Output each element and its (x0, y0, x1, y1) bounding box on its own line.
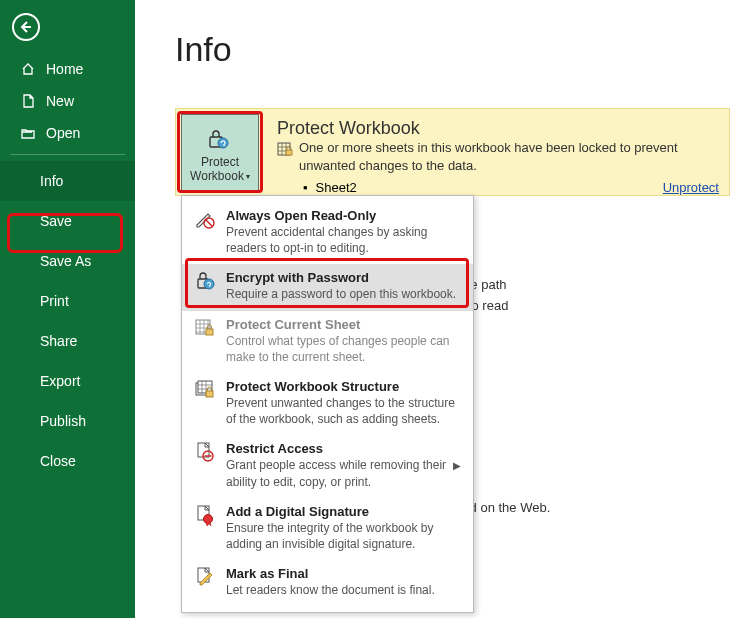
menu-item-title: Always Open Read-Only (226, 208, 463, 223)
menu-item-desc: Control what types of changes people can… (226, 333, 463, 365)
protect-workbook-menu: Always Open Read-OnlyPrevent accidental … (181, 195, 474, 613)
sidebar-label: Home (46, 61, 83, 77)
menu-item-desc: Prevent unwanted changes to the structur… (226, 395, 463, 427)
menu-item-title: Protect Workbook Structure (226, 379, 463, 394)
sidebar-item-close[interactable]: Close (0, 441, 135, 481)
sidebar-label: Open (46, 125, 80, 141)
sidebar-label: New (46, 93, 74, 109)
sidebar-label: Save (40, 213, 72, 229)
svg-point-15 (204, 514, 213, 523)
menu-item-protect-sheet[interactable]: Protect Current SheetControl what types … (182, 311, 473, 373)
sidebar-label: Save As (40, 253, 91, 269)
svg-rect-11 (206, 391, 213, 397)
chevron-down-icon: ▾ (246, 172, 250, 181)
final-icon (192, 566, 218, 592)
sidebar-item-export[interactable]: Export (0, 361, 135, 401)
sidebar-separator (10, 154, 125, 155)
new-icon (20, 93, 36, 109)
readonly-icon (192, 208, 218, 234)
menu-item-desc: Grant people access while removing their… (226, 457, 453, 489)
button-label-line1: Protect (201, 155, 239, 169)
menu-item-mark-final[interactable]: Mark as FinalLet readers know the docume… (182, 560, 473, 606)
sidebar-item-saveas[interactable]: Save As (0, 241, 135, 281)
sidebar-label: Close (40, 453, 76, 469)
sheet-lock-icon (277, 141, 293, 159)
menu-item-desc: Ensure the integrity of the workbook by … (226, 520, 463, 552)
warning-desc: One or more sheets in this workbook have… (299, 139, 719, 174)
menu-item-protect-structure[interactable]: Protect Workbook StructurePrevent unwant… (182, 373, 473, 435)
home-icon (20, 61, 36, 77)
warning-body: Protect Workbook One or more sheets in t… (277, 114, 719, 190)
menu-item-digital-signature[interactable]: Add a Digital SignatureEnsure the integr… (182, 498, 473, 560)
encrypt-icon (192, 270, 218, 296)
menu-item-desc: Let readers know the document is final. (226, 582, 463, 598)
sidebar-item-new[interactable]: New (0, 85, 135, 117)
sidebar-label: Publish (40, 413, 86, 429)
menu-item-title: Restrict Access (226, 441, 453, 456)
open-icon (20, 125, 36, 141)
menu-item-desc: Prevent accidental changes by asking rea… (226, 224, 463, 256)
warning-title: Protect Workbook (277, 118, 719, 139)
structure-icon (192, 379, 218, 405)
sidebar-label: Share (40, 333, 77, 349)
menu-item-title: Mark as Final (226, 566, 463, 581)
lock-icon (205, 127, 235, 153)
svg-rect-8 (206, 329, 213, 335)
bullet-icon: ▪ (303, 180, 308, 195)
sidebar-item-home[interactable]: Home (0, 53, 135, 85)
sidebar-item-publish[interactable]: Publish (0, 401, 135, 441)
sidebar-label: Print (40, 293, 69, 309)
sidebar-item-info[interactable]: Info (0, 161, 135, 201)
unprotect-link[interactable]: Unprotect (663, 180, 719, 195)
chevron-right-icon: ▶ (453, 441, 463, 489)
back-button[interactable] (12, 13, 40, 41)
svg-rect-3 (286, 150, 292, 155)
protect-workbook-panel: Protect Workbook ▾ Protect Workbook One … (175, 108, 730, 196)
sidebar-item-open[interactable]: Open (0, 117, 135, 149)
signature-icon (192, 504, 218, 530)
menu-item-readonly[interactable]: Always Open Read-OnlyPrevent accidental … (182, 202, 473, 264)
sidebar-label: Info (40, 173, 63, 189)
svg-point-6 (204, 279, 214, 289)
sidebar-group-actions: Info Save Save As Print Share Export Pub… (0, 161, 135, 481)
page-title: Info (175, 30, 753, 69)
menu-item-title: Encrypt with Password (226, 270, 463, 285)
sheet-icon (192, 317, 218, 343)
button-label-line2: Workbook (190, 169, 244, 183)
menu-item-title: Add a Digital Signature (226, 504, 463, 519)
sheet-name: Sheet2 (316, 180, 357, 195)
sidebar-label: Export (40, 373, 80, 389)
svg-point-1 (218, 138, 228, 148)
menu-item-desc: Require a password to open this workbook… (226, 286, 463, 302)
protect-workbook-button[interactable]: Protect Workbook ▾ (181, 114, 259, 192)
menu-item-title: Protect Current Sheet (226, 317, 463, 332)
menu-item-encrypt[interactable]: Encrypt with PasswordRequire a password … (182, 264, 473, 310)
sidebar-item-save[interactable]: Save (0, 201, 135, 241)
backstage-sidebar: Home New Open Info Save Save As Print Sh… (0, 0, 135, 618)
sidebar-item-share[interactable]: Share (0, 321, 135, 361)
main-panel: Info Protect Workbook ▾ Protect Workbook (135, 0, 753, 618)
menu-item-restrict-access[interactable]: Restrict AccessGrant people access while… (182, 435, 473, 497)
restrict-icon (192, 441, 218, 467)
sidebar-item-print[interactable]: Print (0, 281, 135, 321)
